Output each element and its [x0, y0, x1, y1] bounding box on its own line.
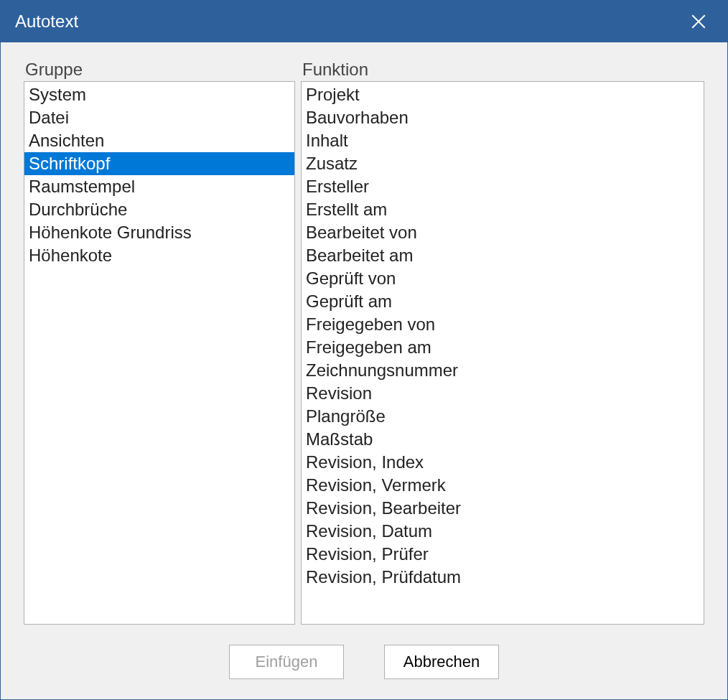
- function-list-item[interactable]: Ersteller: [302, 175, 704, 198]
- function-list-item[interactable]: Bearbeitet am: [302, 244, 704, 267]
- function-list-item[interactable]: Freigegeben am: [302, 336, 704, 359]
- function-list-item[interactable]: Revision, Prüfdatum: [302, 566, 704, 589]
- window-title: Autotext: [15, 11, 78, 32]
- function-listbox[interactable]: ProjektBauvorhabenInhaltZusatzErstellerE…: [301, 81, 704, 625]
- function-list-item[interactable]: Zusatz: [302, 152, 704, 175]
- function-list-item[interactable]: Revision, Bearbeiter: [302, 497, 704, 520]
- columns: Gruppe SystemDateiAnsichtenSchriftkopfRa…: [24, 60, 704, 625]
- function-list-item[interactable]: Plangröße: [302, 405, 704, 428]
- function-list-item[interactable]: Maßstab: [302, 428, 704, 451]
- function-list-item[interactable]: Geprüft von: [302, 267, 704, 290]
- button-row: Einfügen Abbrechen: [24, 625, 704, 699]
- function-list-item[interactable]: Zeichnungsnummer: [302, 359, 704, 382]
- group-list-item[interactable]: Schriftkopf: [24, 152, 294, 175]
- insert-button[interactable]: Einfügen: [229, 645, 344, 679]
- titlebar: Autotext: [1, 1, 727, 42]
- function-list-item[interactable]: Revision, Vermerk: [302, 474, 704, 497]
- group-list-item[interactable]: Durchbrüche: [24, 198, 294, 221]
- cancel-button[interactable]: Abbrechen: [384, 645, 499, 679]
- function-column: Funktion ProjektBauvorhabenInhaltZusatzE…: [301, 60, 704, 625]
- function-list-item[interactable]: Revision, Index: [302, 451, 704, 474]
- function-list-item[interactable]: Freigegeben von: [302, 313, 704, 336]
- function-list-item[interactable]: Projekt: [302, 83, 704, 106]
- function-list-item[interactable]: Bauvorhaben: [302, 106, 704, 129]
- group-list-item[interactable]: Höhenkote Grundriss: [24, 221, 294, 244]
- function-list-item[interactable]: Revision, Datum: [302, 520, 704, 543]
- function-list-item[interactable]: Revision, Prüfer: [302, 543, 704, 566]
- close-button[interactable]: [684, 7, 713, 36]
- function-list-item[interactable]: Revision: [302, 382, 704, 405]
- function-label: Funktion: [301, 60, 704, 80]
- dialog-content: Gruppe SystemDateiAnsichtenSchriftkopfRa…: [1, 42, 727, 699]
- function-list-item[interactable]: Erstellt am: [302, 198, 704, 221]
- group-list-item[interactable]: Datei: [24, 106, 294, 129]
- group-label: Gruppe: [24, 60, 295, 80]
- group-list-item[interactable]: Höhenkote: [24, 244, 294, 267]
- function-list-item[interactable]: Inhalt: [302, 129, 704, 152]
- function-list-item[interactable]: Bearbeitet von: [302, 221, 704, 244]
- group-list-item[interactable]: Ansichten: [24, 129, 294, 152]
- group-listbox[interactable]: SystemDateiAnsichtenSchriftkopfRaumstemp…: [24, 81, 295, 625]
- function-list-item[interactable]: Geprüft am: [302, 290, 704, 313]
- group-list-item[interactable]: System: [24, 83, 294, 106]
- group-column: Gruppe SystemDateiAnsichtenSchriftkopfRa…: [24, 60, 295, 625]
- group-list-item[interactable]: Raumstempel: [24, 175, 294, 198]
- close-icon: [691, 14, 706, 29]
- autotext-dialog: Autotext Gruppe SystemDateiAnsichtenSchr…: [0, 0, 728, 700]
